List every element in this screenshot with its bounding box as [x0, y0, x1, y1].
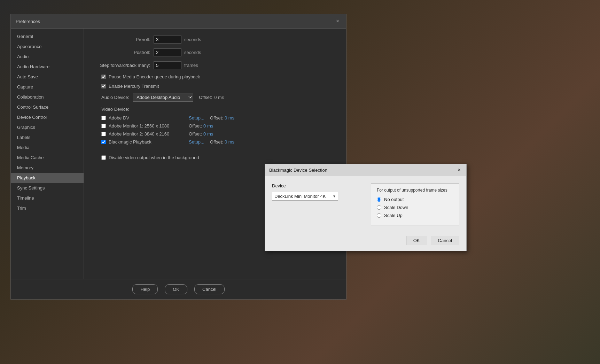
sidebar-item-labels[interactable]: Labels — [11, 132, 84, 142]
sidebar-item-general[interactable]: General — [11, 31, 84, 41]
blackmagic-close-button[interactable]: × — [456, 167, 462, 173]
pause-media-encoder-label: Pause Media Encoder queue during playbac… — [109, 74, 200, 79]
sidebar-item-playback[interactable]: Playback — [11, 173, 84, 183]
blackmagic-device-select[interactable]: DeckLink Mini Monitor 4K DeckLink 4K Ext… — [272, 192, 338, 201]
sidebar-item-audio-hardware[interactable]: Audio Hardware — [11, 62, 84, 72]
blackmagic-footer: OK Cancel — [265, 232, 466, 251]
preroll-label: Preroll: — [94, 37, 150, 42]
sidebar-item-graphics[interactable]: Graphics — [11, 122, 84, 132]
step-row: Step forward/back many: frames — [94, 61, 336, 69]
blackmagic-device-label: Device — [272, 183, 360, 188]
sidebar: General Appearance Audio Audio Hardware … — [11, 29, 84, 279]
video-device-checkbox-blackmagic[interactable] — [101, 140, 106, 144]
blackmagic-scale-up-row: Scale Up — [377, 213, 453, 218]
blackmagic-offset-label: Offset: — [210, 139, 223, 145]
postroll-input[interactable] — [154, 48, 181, 56]
step-input[interactable] — [154, 61, 181, 69]
audio-offset-value: 0 ms — [214, 95, 224, 100]
step-label: Step forward/back many: — [94, 63, 150, 68]
preroll-unit: seconds — [184, 37, 201, 42]
step-unit: frames — [184, 63, 198, 68]
audio-device-select-wrapper: Adobe Desktop Audio — [133, 93, 193, 102]
blackmagic-body: Device DeckLink Mini Monitor 4K DeckLink… — [265, 176, 466, 232]
disable-video-row: Disable video output when in the backgro… — [94, 155, 336, 160]
audio-device-label: Audio Device: — [101, 95, 129, 100]
video-device-list: Adobe DV Setup... Offset: 0 ms Adobe Mon… — [94, 115, 336, 145]
scale-down-radio[interactable] — [377, 205, 381, 210]
enable-mercury-label: Enable Mercury Transmit — [109, 84, 159, 89]
preferences-cancel-button[interactable]: Cancel — [194, 284, 224, 294]
pause-media-encoder-row: Pause Media Encoder queue during playbac… — [94, 74, 336, 79]
sidebar-item-control-surface[interactable]: Control Surface — [11, 102, 84, 112]
scale-down-label: Scale Down — [384, 205, 408, 210]
monitor2-offset-label: Offset: — [189, 131, 202, 137]
scale-up-label: Scale Up — [384, 213, 403, 218]
preferences-title: Preferences — [16, 19, 40, 24]
sidebar-item-device-control[interactable]: Device Control — [11, 112, 84, 122]
preroll-input[interactable] — [154, 36, 181, 44]
video-device-item-adobe-dv: Adobe DV Setup... Offset: 0 ms — [101, 115, 336, 121]
blackmagic-titlebar: Blackmagic Device Selection × — [265, 164, 466, 176]
preroll-row: Preroll: seconds — [94, 36, 336, 44]
video-device-checkbox-monitor2[interactable] — [101, 132, 106, 136]
audio-device-select[interactable]: Adobe Desktop Audio — [133, 93, 193, 102]
blackmagic-frame-legend: For output of unsupported frame sizes — [377, 188, 453, 193]
blackmagic-setup-link[interactable]: Setup... — [189, 139, 204, 145]
preferences-titlebar: Preferences × — [11, 14, 346, 29]
sidebar-item-memory[interactable]: Memory — [11, 163, 84, 173]
blackmagic-no-output-row: No output — [377, 197, 453, 202]
video-device-checkbox-adobe-dv[interactable] — [101, 116, 106, 120]
sidebar-item-auto-save[interactable]: Auto Save — [11, 72, 84, 82]
video-device-item-monitor2: Adobe Monitor 2: 3840 x 2160 Offset: 0 m… — [101, 131, 336, 137]
sidebar-item-appearance[interactable]: Appearance — [11, 41, 84, 52]
enable-mercury-row: Enable Mercury Transmit — [94, 84, 336, 89]
blackmagic-dialog: Blackmagic Device Selection × Device Dec… — [265, 164, 467, 251]
no-output-radio[interactable] — [377, 197, 381, 202]
postroll-label: Postroll: — [94, 50, 150, 55]
sidebar-item-timeline[interactable]: Timeline — [11, 193, 84, 203]
blackmagic-device-section: Device DeckLink Mini Monitor 4K DeckLink… — [272, 183, 360, 225]
pause-media-encoder-checkbox[interactable] — [101, 75, 106, 79]
monitor1-offset-value: 0 ms — [203, 123, 213, 129]
disable-video-checkbox[interactable] — [101, 155, 106, 160]
adobe-dv-offset-value: 0 ms — [225, 115, 234, 121]
blackmagic-select-wrapper: DeckLink Mini Monitor 4K DeckLink 4K Ext… — [272, 192, 338, 201]
video-device-name-monitor2: Adobe Monitor 2: 3840 x 2160 — [109, 131, 189, 137]
preferences-dialog: Preferences × General Appearance Audio A… — [10, 14, 346, 300]
scale-up-radio[interactable] — [377, 213, 381, 218]
preferences-ok-button[interactable]: OK — [165, 284, 187, 294]
disable-video-label: Disable video output when in the backgro… — [109, 155, 199, 160]
video-device-label: Video Device: — [94, 107, 336, 112]
sidebar-item-capture[interactable]: Capture — [11, 82, 84, 92]
no-output-label: No output — [384, 197, 404, 202]
sidebar-item-sync-settings[interactable]: Sync Settings — [11, 183, 84, 193]
video-device-name-monitor1: Adobe Monitor 1: 2560 x 1080 — [109, 123, 189, 129]
blackmagic-frame-group: For output of unsupported frame sizes No… — [371, 183, 459, 225]
blackmagic-frame-section: For output of unsupported frame sizes No… — [371, 183, 459, 225]
postroll-unit: seconds — [184, 50, 201, 55]
sidebar-item-media-cache[interactable]: Media Cache — [11, 153, 84, 163]
sidebar-item-media[interactable]: Media — [11, 142, 84, 153]
preferences-help-button[interactable]: Help — [132, 284, 158, 294]
video-device-checkbox-monitor1[interactable] — [101, 124, 106, 128]
blackmagic-ok-button[interactable]: OK — [406, 236, 427, 245]
preferences-footer: Help OK Cancel — [11, 279, 346, 299]
monitor1-offset-label: Offset: — [189, 123, 202, 129]
sidebar-item-audio[interactable]: Audio — [11, 52, 84, 62]
adobe-dv-setup-link[interactable]: Setup... — [189, 115, 204, 121]
sidebar-item-trim[interactable]: Trim — [11, 203, 84, 213]
blackmagic-offset-value: 0 ms — [225, 139, 234, 145]
blackmagic-dialog-title: Blackmagic Device Selection — [269, 168, 327, 173]
monitor2-offset-value: 0 ms — [203, 131, 213, 137]
sidebar-item-collaboration[interactable]: Collaboration — [11, 92, 84, 102]
blackmagic-scale-down-row: Scale Down — [377, 205, 453, 210]
video-device-name-adobe-dv: Adobe DV — [109, 115, 189, 121]
postroll-row: Postroll: seconds — [94, 48, 336, 56]
blackmagic-cancel-button[interactable]: Cancel — [431, 236, 459, 245]
video-device-item-blackmagic: Blackmagic Playback Setup... Offset: 0 m… — [101, 139, 336, 145]
video-device-item-monitor1: Adobe Monitor 1: 2560 x 1080 Offset: 0 m… — [101, 123, 336, 129]
audio-device-row: Audio Device: Adobe Desktop Audio Offset… — [94, 93, 336, 102]
preferences-close-button[interactable]: × — [334, 18, 341, 25]
blackmagic-device-select-row: DeckLink Mini Monitor 4K DeckLink 4K Ext… — [272, 192, 360, 201]
enable-mercury-checkbox[interactable] — [101, 84, 106, 88]
